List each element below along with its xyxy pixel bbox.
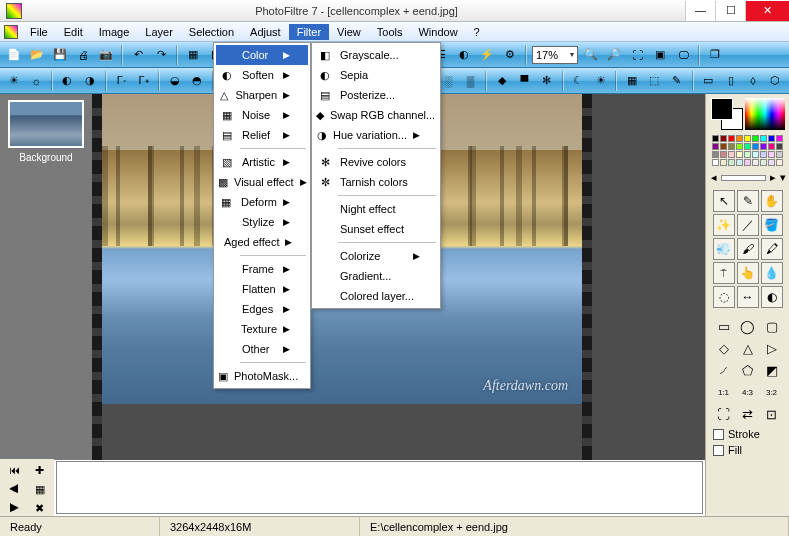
menu-item-color[interactable]: Color▶ — [216, 45, 308, 65]
menu-item-deform[interactable]: ▦Deform▶ — [216, 192, 308, 212]
swatch[interactable] — [728, 159, 735, 166]
ellipse-sel[interactable]: ◯ — [737, 316, 759, 336]
zoom-in-button[interactable]: 🔎 — [604, 45, 624, 65]
swatch[interactable] — [760, 143, 767, 150]
swatch[interactable] — [760, 159, 767, 166]
menu-item-colored-layer[interactable]: Colored layer... — [314, 286, 438, 306]
swatch[interactable] — [720, 135, 727, 142]
swatch[interactable] — [768, 135, 775, 142]
stroke-checkbox[interactable]: Stroke — [709, 428, 786, 440]
fg-bg-swatch[interactable] — [711, 98, 743, 130]
sat-plus[interactable]: ◓ — [188, 71, 207, 91]
menu-item-sepia[interactable]: ◐Sepia — [314, 65, 438, 85]
swatch[interactable] — [752, 135, 759, 142]
swap-sel[interactable]: ⇄ — [737, 404, 759, 424]
diamond-sel[interactable]: ◇ — [713, 338, 735, 358]
menu-filter[interactable]: Filter — [289, 24, 329, 40]
swatch[interactable] — [720, 143, 727, 150]
save-button[interactable]: 💾 — [50, 45, 70, 65]
brush-tool[interactable]: 🖌 — [737, 238, 759, 260]
menu-item-hue-variation[interactable]: ◑Hue variation...▶ — [314, 125, 438, 145]
menu-view[interactable]: View — [329, 24, 369, 40]
hist-del[interactable]: ✖ — [28, 499, 53, 517]
brush2-tool[interactable]: 🖍 — [761, 238, 783, 260]
transform-sel[interactable]: ⛶ — [713, 404, 735, 424]
menu-?[interactable]: ? — [466, 24, 488, 40]
contrast-plus[interactable]: ◑ — [80, 71, 99, 91]
tri-sel[interactable]: △ — [737, 338, 759, 358]
noise2-button[interactable]: ▒ — [461, 71, 480, 91]
pointer-tool[interactable]: ↖ — [713, 190, 735, 212]
menu-item-texture[interactable]: Texture▶ — [216, 319, 308, 339]
revive-button[interactable]: ✻ — [537, 71, 556, 91]
swatch[interactable] — [776, 151, 783, 158]
poly-sel[interactable]: ⬠ — [737, 360, 759, 380]
menu-item-colorize[interactable]: Colorize▶ — [314, 246, 438, 266]
close-button[interactable]: ✕ — [745, 1, 789, 21]
menu-item-sunset-effect[interactable]: Sunset effect — [314, 219, 438, 239]
ratio-11[interactable]: 1:1 — [713, 382, 735, 402]
icon2[interactable]: ▯ — [721, 71, 740, 91]
tri2-sel[interactable]: ▷ — [761, 338, 783, 358]
hist-next[interactable]: ⯈ — [2, 499, 27, 517]
swatch[interactable] — [744, 159, 751, 166]
swatch[interactable] — [720, 159, 727, 166]
menu-item-frame[interactable]: Frame▶ — [216, 259, 308, 279]
hist-grid[interactable]: ▦ — [28, 480, 53, 498]
swatch[interactable] — [728, 143, 735, 150]
wand-tool[interactable]: ✨ — [713, 214, 735, 236]
swatch[interactable] — [744, 135, 751, 142]
swatch[interactable] — [776, 159, 783, 166]
sat-minus[interactable]: ◒ — [165, 71, 184, 91]
swatch[interactable] — [728, 135, 735, 142]
maximize-button[interactable]: ☐ — [715, 1, 745, 21]
swatch[interactable] — [744, 143, 751, 150]
menu-item-soften[interactable]: ◐Soften▶ — [216, 65, 308, 85]
lasso-sel[interactable]: ⟋ — [713, 360, 735, 380]
invert-sel[interactable]: ◩ — [761, 360, 783, 380]
menu-item-grayscale[interactable]: ◧Grayscale... — [314, 45, 438, 65]
hist-prev[interactable]: ⯇ — [2, 480, 27, 498]
color-swatches[interactable] — [712, 135, 783, 166]
artistic-button[interactable]: ✎ — [667, 71, 686, 91]
menu-item-visual-effect[interactable]: ▩Visual effect▶ — [216, 172, 308, 192]
rect-sel[interactable]: ▭ — [713, 316, 735, 336]
smudge-tool[interactable]: 👆 — [737, 262, 759, 284]
colorize-button[interactable]: ▦ — [622, 71, 641, 91]
swatch[interactable] — [760, 151, 767, 158]
fullscreen-button[interactable]: 🖵 — [673, 45, 693, 65]
swatch[interactable] — [712, 143, 719, 150]
menu-item-gradient[interactable]: Gradient... — [314, 266, 438, 286]
menu-item-revive-colors[interactable]: ✻Revive colors — [314, 152, 438, 172]
hist-new[interactable]: ✚ — [28, 461, 53, 479]
layer-thumbnail[interactable] — [8, 100, 84, 148]
history-area[interactable] — [56, 461, 703, 514]
swatch[interactable] — [768, 143, 775, 150]
swatch[interactable] — [744, 151, 751, 158]
menu-item-artistic[interactable]: ▧Artistic▶ — [216, 152, 308, 172]
swatch[interactable] — [736, 143, 743, 150]
print-button[interactable]: 🖨 — [73, 45, 93, 65]
blur-tool[interactable]: 💧 — [761, 262, 783, 284]
menu-tools[interactable]: Tools — [369, 24, 411, 40]
bright-minus[interactable]: ☀ — [4, 71, 23, 91]
swatch[interactable] — [736, 135, 743, 142]
hist-first[interactable]: ⏮ — [2, 461, 27, 479]
menu-item-relief[interactable]: ▤Relief▶ — [216, 125, 308, 145]
contrast-minus[interactable]: ◐ — [58, 71, 77, 91]
icon3[interactable]: ◊ — [743, 71, 762, 91]
swatch[interactable] — [728, 151, 735, 158]
swatch[interactable] — [768, 159, 775, 166]
move-tool[interactable]: ↔ — [737, 286, 759, 308]
night-button[interactable]: ☾ — [569, 71, 588, 91]
gamma-plus[interactable]: Γ˖ — [134, 71, 153, 91]
menu-item-edges[interactable]: Edges▶ — [216, 299, 308, 319]
swatch[interactable] — [712, 159, 719, 166]
pipette-tool[interactable]: ✎ — [737, 190, 759, 212]
batch-button[interactable]: ⚡ — [477, 45, 497, 65]
sunset-button[interactable]: ☀ — [591, 71, 610, 91]
zoom-select[interactable]: 17% — [532, 46, 578, 64]
icon1[interactable]: ▭ — [699, 71, 718, 91]
open-button[interactable]: 📂 — [27, 45, 47, 65]
swatch[interactable] — [736, 151, 743, 158]
